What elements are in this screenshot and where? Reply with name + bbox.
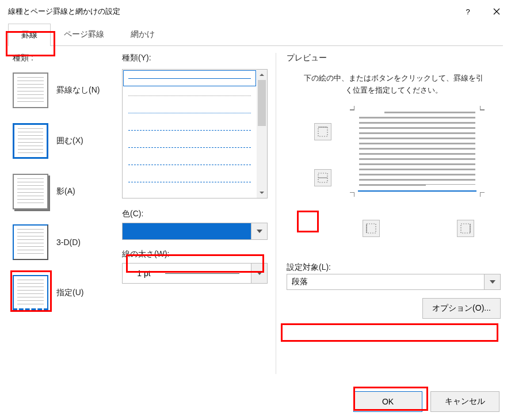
close-button[interactable] bbox=[482, 0, 511, 23]
style-dash[interactable] bbox=[123, 139, 257, 156]
preset-3d-label: 3-D(D) bbox=[56, 238, 81, 247]
preview-hint: 下の絵の中、またはボタンをクリックして、罫線を引く位置を指定してください。 bbox=[287, 64, 501, 107]
apply-to-value: 段落 bbox=[292, 277, 484, 287]
style-dot[interactable] bbox=[123, 104, 257, 121]
preset-box[interactable]: 囲む(X) bbox=[13, 123, 122, 159]
color-dropdown-button[interactable] bbox=[251, 223, 267, 239]
preset-none-label: 罫線なし(N) bbox=[56, 85, 100, 96]
preset-none[interactable]: 罫線なし(N) bbox=[13, 72, 122, 108]
cancel-button[interactable]: キャンセル bbox=[430, 391, 499, 412]
close-icon bbox=[493, 8, 500, 15]
border-top-icon bbox=[318, 127, 328, 137]
preview-label: プレビュー bbox=[287, 53, 501, 63]
edge-right-button[interactable] bbox=[457, 220, 474, 237]
dialog-title: 線種とページ罫線と網かけの設定 bbox=[8, 6, 120, 17]
preset-none-icon bbox=[13, 72, 48, 108]
preset-shadow[interactable]: 影(A) bbox=[13, 174, 122, 209]
edge-left-button[interactable] bbox=[363, 220, 380, 237]
presets-label: 種類 : bbox=[13, 53, 122, 63]
style-solid[interactable] bbox=[123, 70, 257, 87]
style-sparse-dot[interactable] bbox=[123, 87, 257, 104]
apply-label: 設定対象(L): bbox=[287, 262, 501, 273]
apply-to-dropdown[interactable]: 段落 bbox=[287, 274, 501, 290]
scroll-up-icon[interactable] bbox=[257, 70, 267, 80]
width-label: 線の太さ(W): bbox=[122, 249, 268, 259]
style-dash-short[interactable] bbox=[123, 121, 257, 139]
chevron-down-icon bbox=[257, 230, 262, 233]
width-dropdown[interactable]: 1 pt bbox=[122, 263, 268, 284]
preset-custom-icon bbox=[13, 275, 48, 311]
preset-custom[interactable]: 指定(U) bbox=[13, 275, 122, 311]
scroll-down-icon[interactable] bbox=[257, 188, 267, 198]
width-value: 1 pt bbox=[123, 269, 165, 278]
svg-rect-0 bbox=[318, 127, 327, 136]
preset-3d[interactable]: 3-D(D) bbox=[13, 224, 122, 260]
help-icon: ? bbox=[466, 7, 470, 16]
edge-middle-button[interactable] bbox=[314, 169, 331, 186]
chevron-down-icon bbox=[490, 280, 495, 284]
ok-button[interactable]: OK bbox=[353, 391, 422, 412]
options-button[interactable]: オプション(O)... bbox=[422, 298, 501, 319]
style-dashlong[interactable] bbox=[123, 173, 257, 190]
border-right-icon bbox=[460, 223, 471, 234]
width-dropdown-button[interactable] bbox=[251, 264, 267, 283]
help-button[interactable]: ? bbox=[453, 0, 482, 23]
preview-page[interactable] bbox=[351, 107, 483, 193]
preset-box-label: 囲む(X) bbox=[56, 136, 83, 146]
preset-custom-label: 指定(U) bbox=[56, 288, 83, 298]
border-inside-icon bbox=[318, 173, 328, 183]
preview-area bbox=[287, 107, 501, 228]
border-left-icon bbox=[366, 223, 376, 234]
tab-page-border[interactable]: ページ罫線 bbox=[51, 23, 117, 45]
chevron-down-icon bbox=[257, 272, 262, 275]
preset-3d-icon bbox=[13, 224, 48, 260]
preset-box-icon bbox=[13, 123, 48, 159]
color-swatch bbox=[123, 223, 251, 239]
color-label: 色(C): bbox=[122, 209, 268, 219]
apply-dropdown-button[interactable] bbox=[484, 274, 500, 289]
svg-rect-6 bbox=[461, 224, 470, 233]
preview-bottom-border bbox=[358, 190, 476, 192]
preset-shadow-icon bbox=[13, 174, 48, 209]
scroll-thumb[interactable] bbox=[258, 80, 266, 126]
style-scrollbar[interactable] bbox=[257, 70, 267, 198]
style-label: 種類(Y): bbox=[122, 53, 268, 63]
preset-shadow-label: 影(A) bbox=[56, 186, 75, 197]
tab-border[interactable]: 罫線 bbox=[8, 24, 51, 46]
style-dashdot[interactable] bbox=[123, 156, 257, 173]
tab-shading[interactable]: 網かけ bbox=[117, 23, 168, 45]
edge-top-button[interactable] bbox=[314, 123, 331, 140]
svg-rect-4 bbox=[367, 224, 376, 233]
style-list[interactable] bbox=[122, 69, 268, 198]
color-dropdown[interactable] bbox=[122, 223, 268, 240]
